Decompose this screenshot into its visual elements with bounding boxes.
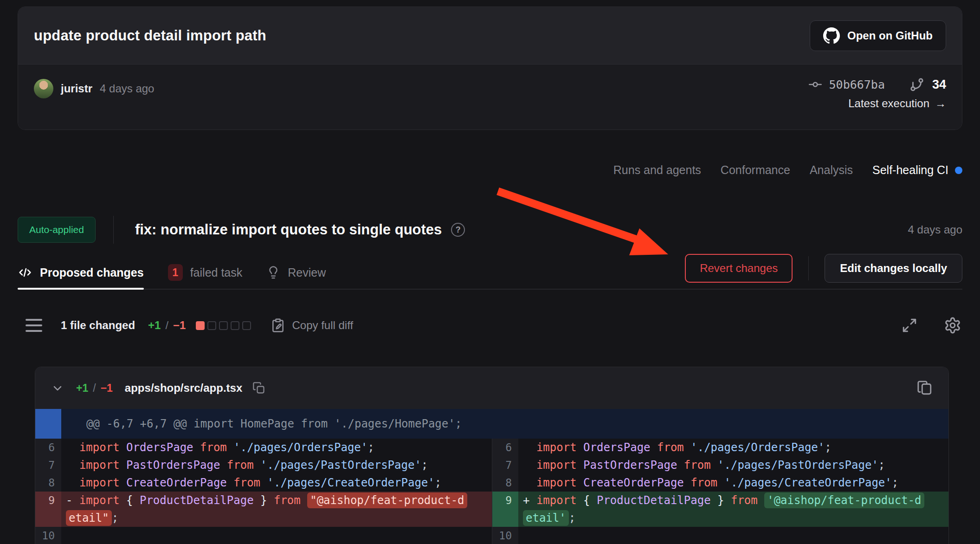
line-number: 10 — [35, 527, 61, 544]
fix-tabs-row: Proposed changes 1 failed task Review Re… — [18, 256, 962, 290]
avatar — [34, 79, 53, 98]
question-icon[interactable]: ? — [451, 223, 465, 237]
meter-square — [242, 321, 251, 330]
tab-failed-task-label: failed task — [190, 266, 243, 279]
commit-time: 4 days ago — [100, 82, 154, 95]
revert-changes-button[interactable]: Revert changes — [685, 254, 793, 283]
copy-full-diff-button[interactable]: Copy full diff — [271, 318, 353, 333]
fix-actions: Revert changes Edit changes locally — [685, 254, 962, 283]
code-line: import CreateOrderPage from './pages/Cre… — [518, 474, 948, 492]
diff-toolbar: 1 file changed +1 / −1 Copy full diff — [26, 309, 961, 342]
menu-icon[interactable] — [26, 319, 42, 332]
git-branch-icon — [909, 77, 925, 92]
nav-runs-and-agents[interactable]: Runs and agents — [613, 163, 701, 177]
code-line: + import { ProductDetailPage } from '@ai… — [518, 492, 948, 527]
commit-author[interactable]: juristr — [61, 82, 92, 95]
self-healing-ci-page: update product detail import path Open o… — [0, 0, 980, 544]
open-on-github-label: Open on GitHub — [847, 29, 933, 42]
line-number: 8 — [492, 474, 518, 492]
nav-analysis[interactable]: Analysis — [810, 163, 853, 177]
file-diff-stats: +1 / −1 — [76, 382, 113, 395]
nav-conformance[interactable]: Conformance — [721, 163, 790, 177]
additions-count: +1 — [148, 319, 161, 332]
commit-card-header: update product detail import path Open o… — [18, 7, 962, 65]
gear-icon[interactable] — [944, 317, 961, 334]
file-stats-separator: / — [93, 382, 96, 395]
hunk-header-row: @@ -6,7 +6,7 @@ import HomePage from './… — [35, 409, 948, 439]
clipboard-pen-icon — [271, 318, 285, 333]
copy-path-icon[interactable] — [252, 382, 265, 395]
arrow-right-icon: → — [935, 97, 946, 110]
diff-row: 7 import PastOrdersPage from './pages/Pa… — [35, 456, 492, 474]
code-line — [61, 527, 492, 544]
line-number: 9 — [35, 492, 61, 527]
meter-square-filled — [196, 321, 205, 330]
line-number: 9 — [492, 492, 518, 527]
execution-count-link[interactable]: 34 — [909, 77, 946, 92]
tab-failed-task[interactable]: 1 failed task — [168, 256, 243, 289]
commit-meta: 50b667ba 34 Latest execution → — [808, 77, 946, 130]
tab-review[interactable]: Review — [266, 256, 326, 289]
file-deletions: −1 — [101, 382, 113, 395]
maximize-icon[interactable] — [901, 317, 918, 334]
code-line: - import { ProductDetailPage } from "@ai… — [61, 492, 492, 527]
lightbulb-icon — [266, 266, 280, 279]
commit-author-row: juristr 4 days ago — [34, 78, 154, 99]
line-number: 6 — [492, 439, 518, 456]
diff-row: 8 import CreateOrderPage from './pages/C… — [35, 474, 492, 492]
diff-row: 6 import OrdersPage from './pages/Orders… — [492, 439, 948, 456]
diff-stats: +1 / −1 — [148, 319, 186, 332]
fix-title: fix: normalize import quotes to single q… — [135, 221, 442, 238]
diff-row: 10 — [35, 527, 492, 544]
open-on-github-button[interactable]: Open on GitHub — [810, 20, 946, 51]
fix-time-ago: 4 days ago — [908, 223, 962, 236]
code-line: import OrdersPage from './pages/OrdersPa… — [518, 439, 948, 456]
diff-toolbar-right — [901, 317, 961, 334]
nav-self-healing-ci-label: Self-healing CI — [872, 163, 948, 177]
line-number: 10 — [492, 527, 518, 544]
tab-review-label: Review — [288, 266, 326, 279]
github-icon — [823, 27, 840, 44]
copy-file-diff-icon[interactable] — [917, 380, 933, 396]
commit-card: update product detail import path Open o… — [18, 6, 962, 130]
diff-meter — [196, 321, 251, 330]
diff-row: 10 — [492, 527, 948, 544]
edit-changes-locally-button[interactable]: Edit changes locally — [825, 254, 962, 283]
meter-square — [219, 321, 228, 330]
execution-count: 34 — [932, 78, 946, 92]
hunk-gutter — [35, 409, 61, 439]
diff-pane-old: 6 import OrdersPage from './pages/Orders… — [35, 439, 492, 544]
tab-proposed-changes-label: Proposed changes — [40, 266, 144, 279]
section-nav: Runs and agents Conformance Analysis Sel… — [18, 163, 962, 177]
deletions-count: −1 — [173, 319, 186, 332]
diff-pane-new: 6 import OrdersPage from './pages/Orders… — [492, 439, 948, 544]
notification-dot — [955, 167, 962, 174]
code-line: import PastOrdersPage from './pages/Past… — [61, 456, 492, 474]
commit-sha-link[interactable]: 50b667ba — [808, 77, 885, 92]
file-additions: +1 — [76, 382, 88, 395]
code-line: import OrdersPage from './pages/OrdersPa… — [61, 439, 492, 456]
fix-heading-row: Auto-applied fix: normalize import quote… — [18, 215, 962, 244]
failed-count-badge: 1 — [168, 264, 183, 281]
nav-self-healing-ci[interactable]: Self-healing CI — [872, 163, 962, 177]
divider — [113, 216, 114, 244]
commit-sha: 50b667ba — [829, 78, 885, 91]
line-number: 8 — [35, 474, 61, 492]
git-commit-icon — [808, 77, 823, 92]
tab-proposed-changes[interactable]: Proposed changes — [18, 256, 144, 289]
meter-square — [231, 321, 239, 330]
latest-execution-label: Latest execution — [848, 97, 929, 110]
diff-row: 7 import PastOrdersPage from './pages/Pa… — [492, 456, 948, 474]
diff-row: 6 import OrdersPage from './pages/Orders… — [35, 439, 492, 456]
code-line: import PastOrdersPage from './pages/Past… — [518, 456, 948, 474]
chevron-down-icon[interactable] — [51, 382, 64, 395]
latest-execution-link[interactable]: Latest execution → — [848, 97, 946, 110]
file-diff-card: +1 / −1 apps/shop/src/app.tsx @@ -6,7 +6… — [35, 367, 949, 544]
meter-square — [207, 321, 216, 330]
divider — [808, 256, 809, 280]
copy-full-diff-label: Copy full diff — [292, 319, 353, 332]
line-number: 7 — [492, 456, 518, 474]
commit-card-body: juristr 4 days ago 50b667ba 34 — [18, 65, 962, 130]
auto-applied-badge: Auto-applied — [18, 217, 96, 243]
code-line — [518, 527, 948, 544]
